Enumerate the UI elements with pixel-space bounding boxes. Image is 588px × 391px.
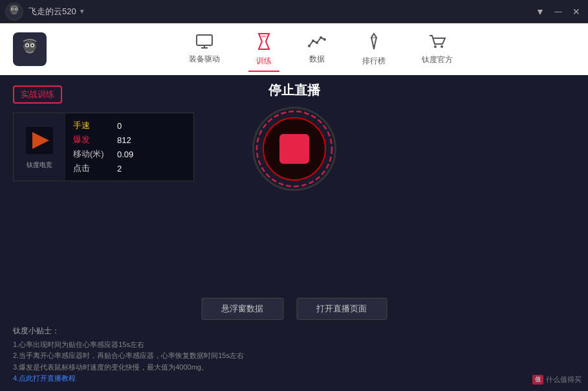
nav-item-data[interactable]: 数据 [290, 29, 344, 70]
tips-text: 1.心率出现时间为贴住心率感应器15s左右 2.当手离开心率感应器时，再贴合心率… [13, 339, 575, 385]
stat-label-click: 点击 [73, 162, 112, 174]
watermark: 值 什么值得买 [532, 375, 582, 385]
open-live-button[interactable]: 打开直播页面 [296, 298, 387, 320]
stat-value-click: 2 [117, 164, 122, 173]
stat-row-burst: 爆发 812 [73, 134, 133, 146]
stat-label-move: 移动(米) [73, 148, 112, 160]
stat-row-speed: 手速 0 [73, 120, 133, 131]
svg-point-10 [27, 45, 28, 47]
stats-panel: 钛度电竞 手速 0 爆发 812 移动(米) 0.09 点击 2 [13, 113, 194, 181]
brand-logo-icon [23, 124, 56, 157]
cart-icon [428, 34, 446, 52]
stat-label-burst: 爆发 [73, 134, 112, 146]
shizhan-badge[interactable]: 实战训练 [13, 85, 62, 104]
nav-label-equipment: 装备驱动 [189, 54, 220, 65]
tips-line-1: 1.心率出现时间为贴住心率感应器15s左右 [13, 339, 575, 351]
svg-point-23 [434, 45, 437, 48]
stop-live-title: 停止直播 [268, 82, 320, 99]
watermark-text: 什么值得买 [546, 375, 582, 385]
svg-point-20 [320, 36, 322, 39]
nav-logo-area [13, 32, 47, 66]
nav-item-equipment[interactable]: 装备驱动 [171, 29, 238, 70]
stat-row-click: 点击 2 [73, 162, 133, 174]
nav-bar: 装备驱动 训练 [0, 23, 588, 75]
record-stop-button[interactable] [279, 134, 309, 164]
hourglass-icon [257, 32, 271, 53]
stat-row-move: 移动(米) 0.09 [73, 148, 133, 160]
chart-icon [308, 34, 326, 51]
svg-point-17 [308, 45, 310, 47]
bottom-buttons: 悬浮窗数据 打开直播页面 [201, 298, 387, 320]
float-window-button[interactable]: 悬浮窗数据 [201, 298, 283, 320]
title-arrow: ▼ [79, 8, 85, 15]
svg-point-11 [32, 45, 34, 47]
nav-item-official[interactable]: 钛度官方 [404, 28, 471, 71]
svg-rect-12 [197, 35, 212, 45]
tips-line-3: 3.爆发是代表鼠标移动时速度的变化快慢，最大值为4000mg。 [13, 362, 575, 374]
stats-logo: 钛度电竞 [14, 113, 65, 181]
monitor-icon [195, 34, 213, 51]
stat-value-burst: 812 [117, 135, 131, 145]
brand-logo-text: 钛度电竞 [27, 161, 52, 170]
svg-point-5 [16, 8, 17, 10]
watermark-badge: 值 [532, 375, 543, 385]
svg-point-7 [23, 41, 36, 52]
title-bar: 飞走的云520 ▼ ▼ — ✕ [0, 0, 588, 23]
record-button-container[interactable] [252, 107, 336, 191]
tips-line-4-link[interactable]: 4.点此打开直播教程 [13, 373, 575, 385]
svg-point-24 [441, 45, 443, 48]
app-logo [5, 3, 23, 21]
stop-live-area: 停止直播 [252, 82, 336, 191]
nav-items: 装备驱动 训练 [66, 27, 575, 72]
close-button[interactable]: ✕ [570, 5, 583, 18]
app-title: 飞走的云520 [28, 6, 76, 17]
nav-logo-image [13, 32, 47, 66]
svg-point-21 [323, 38, 326, 41]
nav-label-ranking: 排行榜 [362, 56, 386, 67]
minimize-button[interactable]: — [552, 5, 565, 18]
stat-value-speed: 0 [117, 121, 122, 131]
nav-label-official: 钛度官方 [422, 54, 453, 65]
svg-marker-22 [371, 37, 377, 39]
stat-label-speed: 手速 [73, 120, 112, 131]
stats-data: 手速 0 爆发 812 移动(米) 0.09 点击 2 [65, 113, 141, 181]
tips-section: 钛度小贴士： 1.心率出现时间为贴住心率感应器15s左右 2.当手离开心率感应器… [13, 326, 575, 385]
filter-icon[interactable]: ▼ [534, 5, 547, 18]
nav-label-data: 数据 [309, 54, 325, 65]
tie-icon [367, 32, 380, 53]
stat-value-move: 0.09 [117, 150, 133, 159]
svg-point-19 [316, 41, 318, 44]
tips-line-2: 2.当手离开心率感应器时，再贴合心率感应器，心率恢复数据时间15s左右 [13, 350, 575, 362]
window-controls: ▼ — ✕ [534, 5, 583, 18]
svg-point-18 [312, 39, 314, 42]
nav-label-training: 训练 [256, 56, 272, 67]
tips-title: 钛度小贴士： [13, 326, 575, 337]
nav-item-training[interactable]: 训练 [238, 27, 290, 72]
svg-point-4 [12, 8, 13, 10]
main-content: 实战训练 钛度电竞 手速 0 爆发 812 [0, 75, 588, 391]
nav-item-ranking[interactable]: 排行榜 [344, 27, 404, 72]
